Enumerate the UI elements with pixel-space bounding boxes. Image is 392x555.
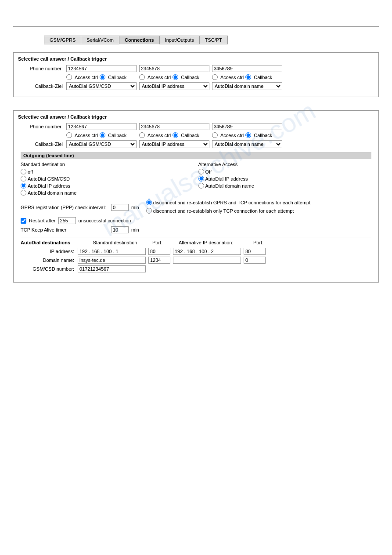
tab-tsc-pt[interactable]: TSC/PT	[199, 36, 228, 44]
autodial-domain-port[interactable]	[148, 257, 170, 264]
section1-radio-cell1: Access ctrl Callback	[66, 74, 139, 80]
section2-callback-3[interactable]	[245, 132, 251, 138]
section1-dropdown1[interactable]: AutoDial GSM/CSD AutoDial IP address Aut…	[66, 82, 137, 90]
section1-callback-2[interactable]	[173, 74, 178, 80]
section2-box: Selective call answer / Callback trigger…	[13, 110, 379, 283]
std-domain-label: AutoDial domain name	[28, 190, 76, 196]
section2-callback-label-2: Callback	[181, 133, 199, 138]
autodial-alt-ip-port[interactable]	[244, 248, 266, 255]
section2-callback-label-3: Callback	[254, 133, 272, 138]
section1-access-ctrl-3[interactable]	[212, 74, 218, 80]
section1-dropdown3-cell: AutoDial GSM/CSD AutoDial IP address Aut…	[212, 82, 282, 90]
std-domain-radio[interactable]	[21, 190, 26, 196]
restart-checkbox[interactable]	[21, 218, 26, 224]
autodial-ip-value[interactable]	[78, 248, 146, 255]
alt-off-item: Off	[198, 169, 372, 174]
autodial-alt-domain-port[interactable]	[244, 257, 266, 264]
alt-ip-radio[interactable]	[198, 176, 204, 181]
section2-access-ctrl-label-2: Access ctrl	[147, 133, 171, 138]
tcp-value[interactable]	[111, 226, 129, 233]
top-divider	[13, 26, 379, 27]
gprs-label: GPRS registration (PPP) check interval:	[21, 205, 108, 210]
reconnect-gprs-tcp-radio[interactable]	[146, 200, 152, 205]
std-off-radio[interactable]	[21, 169, 26, 174]
tab-serial-vcom[interactable]: Serial/VCom	[81, 36, 119, 44]
tab-gsm-gprs[interactable]: GSM/GPRS	[44, 36, 81, 44]
section1-dropdown1-cell: AutoDial GSM/CSD AutoDial IP address Aut…	[66, 82, 137, 90]
std-ip-radio[interactable]	[21, 183, 26, 189]
reconnect-tcp-only: disconnect and re-establish only TCP con…	[146, 208, 311, 214]
autodial-alt-port-header: Port:	[253, 240, 280, 245]
section1-phone2[interactable]	[139, 65, 209, 72]
section1-callback-label-2: Callback	[181, 75, 199, 80]
std-gsm-item: AutoDial GSM/CSD	[21, 176, 194, 181]
autodial-domain-value[interactable]	[78, 257, 146, 264]
section2-dropdown1[interactable]: AutoDial GSM/CSD AutoDial IP address Aut…	[66, 140, 137, 148]
tcp-row: TCP Keep Alive timer min	[21, 226, 371, 233]
section1-phone-row: Phone number:	[18, 65, 374, 72]
section2-access-ctrl-1[interactable]	[66, 132, 72, 138]
reconnect-gprs-tcp: disconnect and re-establish GPRS and TCP…	[146, 200, 311, 205]
alt-off-label: Off	[205, 169, 212, 174]
section1-access-ctrl-label-3: Access ctrl	[220, 75, 244, 80]
section1-ziel-label: Callback-Ziel	[18, 83, 66, 89]
section2-phone-inputs	[66, 123, 374, 130]
section2-access-ctrl-2[interactable]	[139, 132, 145, 138]
section1-phone3[interactable]	[212, 65, 282, 72]
autodial-gsm-value[interactable]	[78, 265, 146, 272]
tab-connections[interactable]: Connections	[119, 36, 159, 44]
std-gsm-label: AutoDial GSM/CSD	[28, 176, 70, 181]
section1-dropdown3[interactable]: AutoDial GSM/CSD AutoDial IP address Aut…	[212, 82, 282, 90]
section1-callback-label-1: Callback	[108, 75, 126, 80]
section1-dropdown2[interactable]: AutoDial GSM/CSD AutoDial IP address Aut…	[139, 82, 209, 90]
section1-access-ctrl-2[interactable]	[139, 74, 145, 80]
section2-radio-row: Access ctrl Callback Access ctrl Callbac…	[18, 132, 374, 138]
alt-domain-radio[interactable]	[198, 183, 204, 189]
alt-access-label: Alternative Access	[198, 162, 372, 167]
outgoing-columns: Standard destination off AutoDial GSM/CS…	[21, 162, 371, 197]
alt-domain-item: AutoDial domain name	[198, 183, 372, 189]
tab-input-outputs[interactable]: Input/Outputs	[159, 36, 199, 44]
alt-domain-label: AutoDial domain name	[205, 183, 254, 189]
section2-radio-cell2: Access ctrl Callback	[139, 132, 212, 138]
std-off-item: off	[21, 169, 194, 174]
section1-radio-row: Access ctrl Callback Access ctrl Callbac…	[18, 74, 374, 80]
section1-phone1[interactable]	[66, 65, 137, 72]
autodial-alt-domain-value[interactable]	[173, 257, 241, 264]
autodial-header-row: AutoDial destinations Standard destinati…	[21, 240, 371, 245]
outgoing-section: Outgoing (leased line) Standard destinat…	[18, 150, 374, 278]
reconnect-tcp-only-label: disconnect and re-establish only TCP con…	[153, 208, 294, 214]
section1-callback-1[interactable]	[100, 74, 105, 80]
std-dest-col: Standard destination off AutoDial GSM/CS…	[21, 162, 194, 197]
std-gsm-radio[interactable]	[21, 176, 26, 181]
gprs-value[interactable]	[111, 204, 129, 211]
section2-dropdown2[interactable]: AutoDial GSM/CSD AutoDial IP address Aut…	[139, 140, 209, 148]
autodial-ip-port[interactable]	[148, 248, 170, 255]
autodial-alt-ip-value[interactable]	[173, 248, 241, 255]
section2-callback-2[interactable]	[173, 132, 178, 138]
section2-radio-cell3: Access ctrl Callback	[212, 132, 285, 138]
section2-dropdown3[interactable]: AutoDial GSM/CSD AutoDial IP address Aut…	[212, 140, 282, 148]
section2-phone2[interactable]	[139, 123, 209, 130]
section2-phone1[interactable]	[66, 123, 137, 130]
reconnect-tcp-only-radio[interactable]	[146, 208, 152, 214]
section2-access-ctrl-label-3: Access ctrl	[220, 133, 244, 138]
section1-callback-3[interactable]	[245, 74, 251, 80]
section1-access-ctrl-label-2: Access ctrl	[147, 75, 171, 80]
section1-phone-inputs	[66, 65, 374, 72]
restart-value[interactable]	[58, 217, 76, 224]
alt-off-radio[interactable]	[198, 169, 204, 174]
section1-access-ctrl-1[interactable]	[66, 74, 72, 80]
reconnect-gprs-tcp-label: disconnect and re-establish GPRS and TCP…	[153, 200, 311, 205]
section2-radio-col: Access ctrl Callback Access ctrl Callbac…	[66, 132, 374, 138]
std-ip-item: AutoDial IP address	[21, 183, 194, 189]
section2-phone3[interactable]	[212, 123, 282, 130]
section2-callback-1[interactable]	[100, 132, 105, 138]
section1-radio-cell2: Access ctrl Callback	[139, 74, 212, 80]
section2-dropdown1-cell: AutoDial GSM/CSD AutoDial IP address Aut…	[66, 140, 137, 148]
section1-radio-col: Access ctrl Callback Access ctrl Callbac…	[66, 74, 374, 80]
tcp-unit: min	[131, 227, 139, 232]
section2-access-ctrl-3[interactable]	[212, 132, 218, 138]
autodial-domain-label: Domain name:	[21, 258, 78, 263]
section2-dropdown3-cell: AutoDial GSM/CSD AutoDial IP address Aut…	[212, 140, 282, 148]
